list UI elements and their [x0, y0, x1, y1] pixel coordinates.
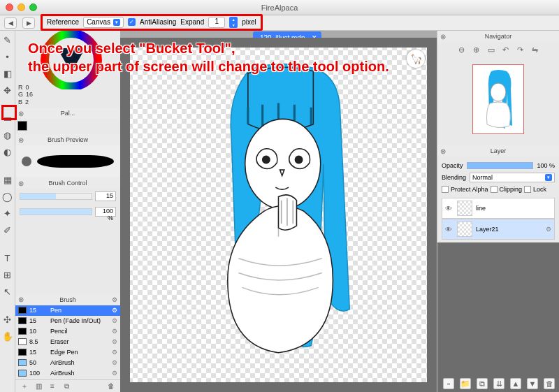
left-sidebar: R0 G16 B2 ⊗Pal... ⊗Brush Preview ⊗Brush …: [15, 31, 120, 392]
delete-brush-icon[interactable]: 🗑: [106, 382, 116, 391]
bucket-tool-options: Reference Canvas▾ ✓ AntiAliasing Expand …: [41, 14, 263, 31]
brush-row[interactable]: 15Pen⚙: [15, 305, 120, 316]
merge-layer-icon[interactable]: ⇊: [493, 378, 504, 389]
layer-item[interactable]: 👁line: [442, 198, 555, 219]
brush-row[interactable]: 10Pencil⚙: [15, 326, 120, 337]
close-icon[interactable]: ⊗: [18, 296, 24, 303]
close-icon[interactable]: ⊗: [18, 180, 24, 187]
add-brush-icon[interactable]: ＋: [20, 382, 29, 391]
brush-tool-icon[interactable]: ✎: [1, 34, 14, 46]
gear-icon[interactable]: ⚙: [112, 296, 117, 303]
antialias-label: AntiAliasing: [140, 18, 176, 26]
reference-select[interactable]: Canvas▾: [83, 17, 124, 28]
bucket-tool-icon[interactable]: ◍: [1, 129, 14, 141]
right-sidebar: ⊗Navigator ⊖ ⊕ ▭ ↶ ↷ ⇋ ⊗Layer Opacity100…: [437, 31, 559, 392]
panel-tool-icon[interactable]: ⊞: [1, 268, 14, 281]
svg-point-3: [295, 156, 302, 163]
add-brush-image-icon[interactable]: ▥: [34, 382, 43, 391]
gear-icon[interactable]: ⚙: [546, 226, 551, 233]
close-icon[interactable]: ⊗: [440, 147, 446, 155]
lasso-tool-icon[interactable]: ◯: [1, 190, 14, 203]
hand-tool-icon[interactable]: ✋: [1, 330, 14, 342]
reference-label: Reference: [47, 18, 79, 26]
text-tool-icon[interactable]: T: [1, 252, 14, 264]
canvas-area: 120_illust.mdp✕ 🦙: [120, 31, 437, 392]
gear-icon[interactable]: ⚙: [112, 359, 117, 366]
gear-icon[interactable]: ⚙: [112, 317, 117, 324]
layer-down-icon[interactable]: ▼: [527, 378, 538, 389]
dot-tool-icon[interactable]: •: [1, 50, 14, 63]
wand-tool-icon[interactable]: ✦: [1, 207, 14, 219]
eraser-tool-icon[interactable]: ◧: [1, 67, 14, 80]
highlight-bucket-tool: [1, 105, 17, 120]
brush-row[interactable]: 8.5Eraser⚙: [15, 337, 120, 347]
gradient-tool-icon[interactable]: ◐: [1, 145, 14, 158]
fit-icon[interactable]: ▭: [486, 44, 497, 55]
visibility-icon[interactable]: 👁: [445, 226, 453, 233]
close-icon[interactable]: ⊗: [18, 110, 24, 117]
palette-panel[interactable]: [15, 119, 120, 134]
antialias-checkbox[interactable]: ✓: [128, 18, 136, 26]
canvas[interactable]: 🦙: [127, 45, 430, 385]
visibility-icon[interactable]: 👁: [445, 205, 453, 212]
tool-option-bar: ◀ ▶ Reference Canvas▾ ✓ AntiAliasing Exp…: [0, 15, 559, 31]
duplicate-layer-icon[interactable]: ⧉: [477, 378, 488, 389]
svg-point-4: [491, 83, 506, 101]
brush-opacity-value[interactable]: 100 %: [95, 207, 116, 217]
rotate-cw-icon[interactable]: ↷: [515, 44, 526, 55]
zoom-in-icon[interactable]: ⊕: [471, 44, 482, 55]
operation-tool-icon[interactable]: ↖: [1, 285, 14, 298]
brush-size-value[interactable]: 15: [95, 191, 116, 201]
delete-layer-icon[interactable]: 🗑: [544, 378, 555, 389]
navigator-thumbnail[interactable]: [437, 57, 559, 141]
gear-icon[interactable]: ⚙: [112, 370, 117, 377]
brush-row[interactable]: 15Edge Pen⚙: [15, 347, 120, 358]
lock-checkbox[interactable]: [524, 186, 531, 193]
move-tool-icon[interactable]: ✥: [1, 84, 14, 96]
layer-item[interactable]: 👁Layer21⚙: [442, 219, 555, 240]
svg-point-2: [263, 156, 270, 163]
protect-alpha-checkbox[interactable]: [442, 186, 449, 193]
eyedropper-tool-icon[interactable]: ✣: [1, 313, 14, 326]
history-forward-button[interactable]: ▶: [22, 17, 35, 29]
brush-size-slider[interactable]: [20, 193, 92, 200]
blending-select[interactable]: Normal▾: [470, 173, 555, 182]
gear-icon[interactable]: ⚙: [112, 338, 117, 345]
pen-select-icon[interactable]: ✐: [1, 224, 14, 236]
unit-label: pixel: [242, 18, 256, 26]
flip-icon[interactable]: ⇋: [530, 44, 541, 55]
annotation-text: Once you select "Bucket Tool", the upper…: [28, 39, 389, 75]
expand-stepper[interactable]: ▲▼: [229, 17, 238, 28]
layer-up-icon[interactable]: ▲: [510, 378, 521, 389]
expand-input[interactable]: 1: [208, 17, 225, 28]
new-layer-icon[interactable]: ▫: [443, 378, 454, 389]
rotate-ccw-icon[interactable]: ↶: [500, 44, 511, 55]
brush-preview: [15, 145, 120, 177]
layer-opacity-slider[interactable]: [467, 162, 534, 169]
new-folder-icon[interactable]: 📁: [460, 378, 471, 389]
close-icon[interactable]: ⊗: [18, 136, 24, 144]
close-icon[interactable]: ⊗: [440, 33, 446, 41]
add-brush-script-icon[interactable]: ≡: [48, 382, 57, 391]
gear-icon[interactable]: ⚙: [112, 349, 117, 356]
brush-opacity-slider[interactable]: [20, 208, 92, 215]
history-back-button[interactable]: ◀: [4, 17, 17, 29]
app-title: FireAlpaca: [0, 3, 559, 12]
brush-row[interactable]: 50AirBrush⚙: [15, 358, 120, 368]
brush-row[interactable]: 15Pen (Fade In/Out)⚙: [15, 316, 120, 326]
tool-strip: ✎ • ◧ ✥ ▭ ◍ ◐ ▦ ◯ ✦ ✐ T ⊞ ↖ ✣ ✋: [0, 31, 15, 392]
brush-row[interactable]: 100AirBrush⚙: [15, 368, 120, 379]
window-titlebar: FireAlpaca: [0, 0, 559, 15]
expand-label: Expand: [180, 18, 204, 26]
gear-icon[interactable]: ⚙: [112, 307, 117, 314]
zoom-out-icon[interactable]: ⊖: [456, 44, 467, 55]
gear-icon[interactable]: ⚙: [112, 328, 117, 335]
select-tool-icon[interactable]: ▦: [1, 173, 14, 186]
clipping-checkbox[interactable]: [491, 186, 498, 193]
brush-list: 15Pen⚙15Pen (Fade In/Out)⚙10Pencil⚙8.5Er…: [15, 305, 120, 380]
artwork: [138, 55, 419, 375]
duplicate-brush-icon[interactable]: ⧉: [61, 382, 71, 391]
